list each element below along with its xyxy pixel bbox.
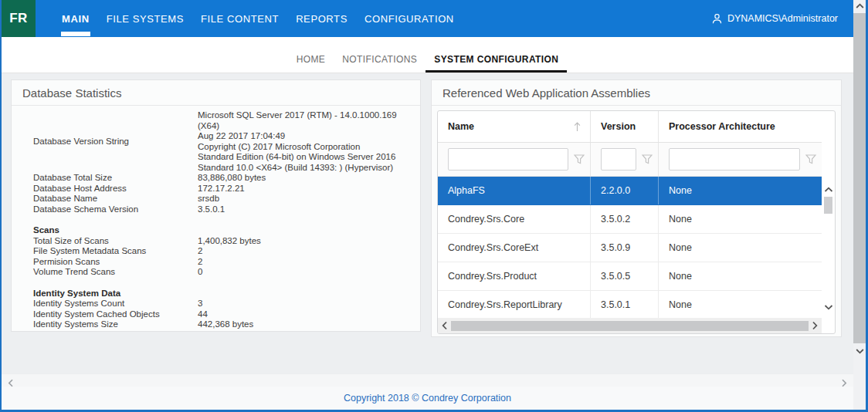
stat-row: Total Size of Scans 1,400,832 bytes [33,236,412,247]
stat-row-version: Database Version String Microsoft SQL Se… [33,110,412,173]
stat-row: Database Name srsdb [33,194,412,204]
page-horizontal-scrollbar[interactable] [2,373,853,387]
top-nav-item-configuration[interactable]: CONFIGURATION [356,0,463,37]
stat-value: srsdb [198,194,412,204]
scrollbar-thumb[interactable] [853,13,866,343]
cell-processor-architecture[interactable]: None [658,177,822,204]
scroll-left-icon[interactable] [442,321,448,330]
version-line: Standard Edition (64-bit) on Windows Ser… [198,152,412,163]
grid-header-row: Name Version Processor Architecture [438,111,822,143]
stat-row: Database Schema Version 3.5.0.1 [33,204,412,215]
cell-processor-architecture[interactable]: None [658,234,822,262]
stat-value: 83,886,080 bytes [198,173,412,184]
scroll-up-icon[interactable] [824,187,833,193]
user-icon [711,13,723,25]
stat-label: Identity Systems Count [33,299,198,309]
assemblies-grid: Name Version Processor Architecture [437,110,836,334]
top-nav-item-file-systems[interactable]: FILE SYSTEMS [98,0,192,37]
copyright-text: Copyright 2018 © Condrey Corporation [344,393,511,404]
tab-home[interactable]: HOME [288,37,334,73]
cell-name[interactable]: Condrey.Srs.Core [438,205,590,233]
top-nav-item-reports[interactable]: REPORTS [287,0,356,37]
table-row-condrey-srs-core[interactable]: Condrey.Srs.Core 3.5.0.2 None [438,205,822,234]
scroll-up-icon[interactable] [856,3,864,9]
sort-ascending-icon [574,122,581,132]
cell-version[interactable]: 2.2.0.0 [590,177,658,204]
filter-funnel-icon[interactable] [574,154,585,164]
stat-value: 3.5.0.1 [198,204,412,215]
scroll-left-icon[interactable] [8,377,14,390]
assemblies-panel: Referenced Web Application Assemblies Na… [431,79,842,337]
stat-label: Identity System Cached Objects [33,309,198,320]
stat-value: 2 [198,246,412,257]
scrollbar-thumb[interactable] [824,197,832,214]
stat-row: Database Total Size 83,886,080 bytes [33,173,412,184]
table-row-alphafs[interactable]: AlphaFS 2.2.0.0 None [438,177,822,205]
cell-name[interactable]: Condrey.Srs.Product [438,262,590,290]
stat-row: Identity Systems Size 442,368 bytes [33,319,412,330]
stat-value: 44 [198,309,412,320]
stat-label: Volume Trend Scans [33,267,198,278]
stat-label: Identity Systems Size [33,319,198,330]
column-header-label: Version [601,121,636,132]
page-vertical-scrollbar[interactable] [853,0,866,410]
cell-processor-architecture[interactable]: None [658,205,822,233]
cell-processor-architecture[interactable]: None [658,262,822,290]
cell-name[interactable]: Condrey.Srs.CoreExt [438,234,590,262]
panel-title: Referenced Web Application Assemblies [432,80,841,106]
stat-row: Identity System Cached Objects 44 [33,309,412,320]
table-row-condrey-srs-reportlibrary[interactable]: Condrey.Srs.ReportLibrary 3.5.0.1 None [438,291,822,319]
database-statistics-body: Database Version String Microsoft SQL Se… [12,106,420,330]
cell-version[interactable]: 3.5.0.2 [590,205,658,233]
grid-horizontal-scrollbar[interactable] [438,318,822,333]
version-line: Aug 22 2017 17:04:49 [198,131,412,142]
top-bar: FR MAIN FILE SYSTEMS FILE CONTENT REPORT… [2,0,853,37]
stat-value: 2 [198,257,412,268]
version-filter-input[interactable] [601,148,636,171]
cell-processor-architecture[interactable]: None [658,291,822,319]
scrollbar-thumb[interactable] [451,321,809,331]
filter-funnel-icon[interactable] [642,154,653,164]
grid-filter-row [438,143,822,177]
panel-title: Database Statistics [12,80,420,106]
identity-section-header: Identity System Data [33,289,412,299]
stat-label: File System Metadata Scans [33,246,198,257]
top-nav-item-file-content[interactable]: FILE CONTENT [192,0,287,37]
app-logo[interactable]: FR [2,0,36,37]
tab-system-configuration[interactable]: SYSTEM CONFIGURATION [426,37,567,73]
stat-value-version: Microsoft SQL Server 2017 (RTM) - 14.0.1… [198,110,412,173]
column-header-name[interactable]: Name [438,111,590,142]
column-header-version[interactable]: Version [590,111,658,142]
top-nav: MAIN FILE SYSTEMS FILE CONTENT REPORTS C… [53,0,463,37]
table-row-condrey-srs-coreext[interactable]: Condrey.Srs.CoreExt 3.5.0.9 None [438,234,822,262]
scroll-right-icon[interactable] [812,321,818,330]
scroll-down-icon[interactable] [856,348,864,354]
scroll-down-icon[interactable] [824,304,833,310]
main-area: FR MAIN FILE SYSTEMS FILE CONTENT REPORT… [2,0,853,410]
filter-cell-name [438,143,590,176]
cell-version[interactable]: 3.5.0.9 [590,234,658,262]
cell-name[interactable]: AlphaFS [438,177,590,204]
cell-name[interactable]: Condrey.Srs.ReportLibrary [438,291,590,319]
top-nav-item-main[interactable]: MAIN [53,0,98,37]
filter-funnel-icon[interactable] [805,154,816,164]
user-menu[interactable]: DYNAMICS\Administrator [711,0,838,37]
cell-version[interactable]: 3.5.0.1 [590,291,658,319]
scans-section-header: Scans [33,225,412,236]
stat-label: Total Size of Scans [33,236,198,247]
cell-version[interactable]: 3.5.0.5 [590,262,658,290]
page-footer: Copyright 2018 © Condrey Corporation [2,387,853,410]
content-area: Database Statistics Database Version Str… [2,73,853,373]
tab-notifications[interactable]: NOTIFICATIONS [334,37,426,73]
grid-vertical-scrollbar[interactable] [822,177,835,319]
stat-label: Database Host Address [33,184,198,194]
filter-cell-processor-architecture [658,143,822,176]
name-filter-input[interactable] [448,148,568,171]
secondary-nav: HOME NOTIFICATIONS SYSTEM CONFIGURATION [2,37,853,73]
scroll-right-icon[interactable] [841,377,847,390]
processor-architecture-filter-input[interactable] [669,148,800,171]
table-row-condrey-srs-product[interactable]: Condrey.Srs.Product 3.5.0.5 None [438,262,822,291]
column-header-processor-architecture[interactable]: Processor Architecture [658,111,822,142]
stat-value: 442,368 bytes [198,319,412,330]
stat-label: Permision Scans [33,257,198,268]
